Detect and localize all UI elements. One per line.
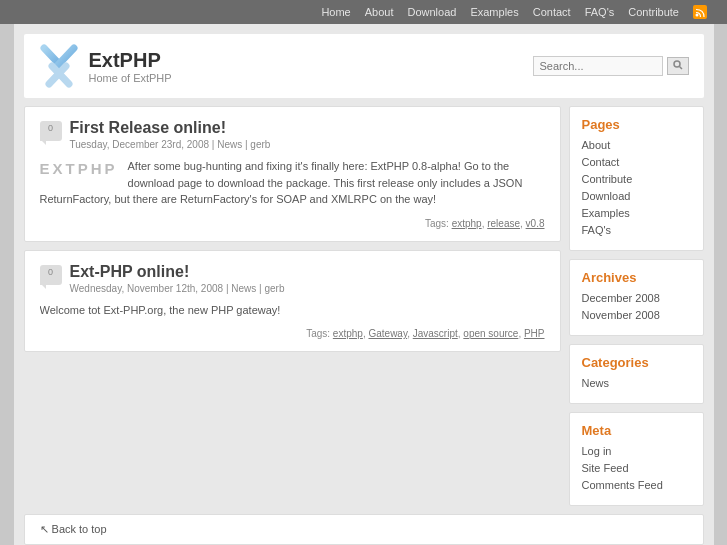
sidebar-link-site-feed[interactable]: Site Feed (582, 462, 629, 474)
post-comment-count-1: 0 (40, 123, 62, 133)
post-comment-count-2: 0 (40, 267, 62, 277)
logo-area: ExtPHP Home of ExtPHP (39, 44, 172, 88)
sidebar-item: Contribute (582, 172, 691, 186)
post-author-link-1[interactable]: gerb (250, 139, 270, 150)
post-category-link[interactable]: News (217, 139, 242, 150)
content-layout: 0First Release online!Tuesday, December … (24, 106, 704, 514)
sidebar-item: November 2008 (582, 308, 691, 322)
site-title: ExtPHP (89, 49, 172, 72)
svg-point-0 (696, 14, 699, 17)
post-title-2: Ext-PHP online! (70, 263, 545, 281)
post-author-link-2[interactable]: gerb (264, 283, 284, 294)
post-header-1: 0First Release online!Tuesday, December … (40, 119, 545, 150)
post-tag-link[interactable]: Javascript (413, 328, 458, 339)
post-tag-link[interactable]: Gateway (368, 328, 407, 339)
topnav-link-about[interactable]: About (365, 6, 394, 18)
sidebar-item: Log in (582, 444, 691, 458)
post-tag-link[interactable]: open source (463, 328, 518, 339)
sidebar-link-news[interactable]: News (582, 377, 610, 389)
back-to-top-link[interactable]: ↖ Back to top (40, 523, 107, 535)
sidebar-link-comments-feed[interactable]: Comments Feed (582, 479, 663, 491)
post-header-2: 0Ext-PHP online!Wednesday, November 12th… (40, 263, 545, 294)
site-subtitle: Home of ExtPHP (89, 72, 172, 84)
site-logo-icon (39, 44, 79, 88)
sidebar-item: Site Feed (582, 461, 691, 475)
sidebar-link-contribute[interactable]: Contribute (582, 173, 633, 185)
rss-icon[interactable] (693, 5, 707, 19)
sidebar-section-categories: CategoriesNews (569, 344, 704, 404)
post-tag-link[interactable]: extphp (452, 218, 482, 229)
post-meta-1: Tuesday, December 23rd, 2008 | News | ge… (70, 139, 545, 150)
post-comment-bubble-2: 0 (40, 265, 62, 285)
post-body-2: Welcome tot Ext-PHP.org, the new PHP gat… (40, 302, 545, 319)
topnav-link-contribute[interactable]: Contribute (628, 6, 679, 18)
sidebar-item: Comments Feed (582, 478, 691, 492)
topnav-link-home[interactable]: Home (321, 6, 350, 18)
sidebar-section-archives: ArchivesDecember 2008November 2008 (569, 259, 704, 336)
sidebar-section-title-categories: Categories (582, 355, 691, 370)
sidebar-link-november-2008[interactable]: November 2008 (582, 309, 660, 321)
sidebar-link-log-in[interactable]: Log in (582, 445, 612, 457)
sidebar-link-december-2008[interactable]: December 2008 (582, 292, 660, 304)
search-input[interactable] (533, 56, 663, 76)
sidebar-item: FAQ's (582, 223, 691, 237)
main-content: 0First Release online!Tuesday, December … (24, 106, 561, 514)
post-comment-bubble-1: 0 (40, 121, 62, 141)
sidebar-item: About (582, 138, 691, 152)
svg-line-6 (679, 67, 682, 70)
svg-point-5 (674, 61, 680, 67)
title-group: ExtPHP Home of ExtPHP (89, 49, 172, 84)
post-tags-1: Tags: extphp, release, v0.8 (40, 218, 545, 229)
sidebar-link-examples[interactable]: Examples (582, 207, 630, 219)
topnav-link-download[interactable]: Download (407, 6, 456, 18)
post-body-1: EXTPHPAfter some bug-hunting and fixing … (40, 158, 545, 208)
sidebar-item: Examples (582, 206, 691, 220)
sidebar-section-meta: MetaLog inSite FeedComments Feed (569, 412, 704, 506)
topnav-link-contact[interactable]: Contact (533, 6, 571, 18)
post-body-text-2: Welcome tot Ext-PHP.org, the new PHP gat… (40, 304, 281, 316)
top-navigation: HomeAboutDownloadExamplesContactFAQ'sCon… (0, 0, 727, 24)
post-tag-link[interactable]: extphp (333, 328, 363, 339)
search-area (533, 56, 689, 76)
post-tag-link[interactable]: v0.8 (526, 218, 545, 229)
sidebar-item: Download (582, 189, 691, 203)
sidebar-item: News (582, 376, 691, 390)
sidebar-section-title-pages: Pages (582, 117, 691, 132)
sidebar-section-title-archives: Archives (582, 270, 691, 285)
topnav-link-examples[interactable]: Examples (470, 6, 518, 18)
search-icon (673, 60, 683, 70)
post-title-1: First Release online! (70, 119, 545, 137)
sidebar-link-contact[interactable]: Contact (582, 156, 620, 168)
sidebar-item: Contact (582, 155, 691, 169)
post-tag-link[interactable]: PHP (524, 328, 545, 339)
post-meta-2: Wednesday, November 12th, 2008 | News | … (70, 283, 545, 294)
site-header: ExtPHP Home of ExtPHP (24, 34, 704, 98)
extphp-logo-text: EXTPHP (40, 160, 118, 178)
sidebar-section-pages: PagesAboutContactContributeDownloadExamp… (569, 106, 704, 251)
sidebar-section-title-meta: Meta (582, 423, 691, 438)
sidebar-link-about[interactable]: About (582, 139, 611, 151)
post-tags-2: Tags: extphp, Gateway, Javascript, open … (40, 328, 545, 339)
sidebar-link-faq's[interactable]: FAQ's (582, 224, 612, 236)
back-to-top: ↖ Back to top (24, 514, 704, 545)
sidebar: PagesAboutContactContributeDownloadExamp… (569, 106, 704, 514)
main-wrapper: ExtPHP Home of ExtPHP 0First Release onl… (14, 24, 714, 545)
topnav-link-faqs[interactable]: FAQ's (585, 6, 615, 18)
post-card-2: 0Ext-PHP online!Wednesday, November 12th… (24, 250, 561, 353)
post-category-link[interactable]: News (231, 283, 256, 294)
search-button[interactable] (667, 57, 689, 75)
post-card-1: 0First Release online!Tuesday, December … (24, 106, 561, 242)
post-tag-link[interactable]: release (487, 218, 520, 229)
sidebar-item: December 2008 (582, 291, 691, 305)
sidebar-link-download[interactable]: Download (582, 190, 631, 202)
